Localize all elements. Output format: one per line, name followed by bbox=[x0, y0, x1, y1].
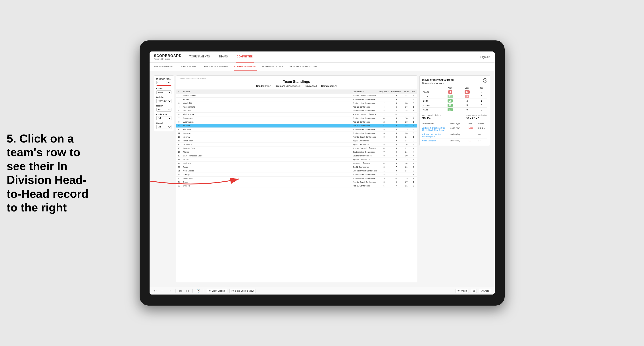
filter-panel: Minimum Rou... - Gender Men's Division bbox=[154, 75, 174, 131]
h2h-table: Win Loss Tie Top 10 3 13 0 11-25 11 8 0 … bbox=[422, 86, 487, 112]
table-row[interactable]: 20 Texas Big 12 Conference 3 7 20 0 bbox=[176, 165, 417, 169]
table-row[interactable]: 18 Illinois Big Ten Conference 1 9 23 3 bbox=[176, 158, 417, 162]
close-button[interactable]: ✕ bbox=[483, 78, 487, 83]
table-row[interactable]: 15 Georgia Tech Atlantic Coast Conferenc… bbox=[176, 147, 417, 150]
table-row[interactable]: 10 Alabama Southeastern Conference 5 8 2… bbox=[176, 128, 417, 132]
tab-team-h2h-grid[interactable]: TEAM H2H GRID bbox=[179, 62, 198, 71]
table-row[interactable]: 8 Washington Pac-12 Conference 2 8 23 1 bbox=[176, 120, 417, 124]
sub-nav: TEAM SUMMARY TEAM H2H GRID TEAM H2H HEAT… bbox=[150, 62, 495, 71]
school-cell: Duke bbox=[182, 180, 352, 184]
view-original-button[interactable]: 👁 View: Original bbox=[207, 289, 228, 293]
win-cell: 2 bbox=[410, 143, 417, 147]
right-panel: In Division Head-to-Head University of A… bbox=[420, 75, 490, 146]
rnds-cell: 27 bbox=[403, 139, 410, 143]
rank-cell: 7 bbox=[176, 116, 182, 120]
table-row[interactable]: 13 Texas Tech Big 12 Conference 1 9 27 2 bbox=[176, 139, 417, 143]
table-row[interactable]: 7 Tennessee Southeastern Conference 4 6 … bbox=[176, 116, 417, 120]
table-row[interactable]: 16 Florida Southeastern Conference 7 9 2… bbox=[176, 150, 417, 154]
back-button[interactable]: ← bbox=[160, 289, 165, 293]
tournament-item[interactable]: Arizona Thunderbirds Intercollegiate Str… bbox=[422, 132, 487, 139]
region-select[interactable]: N/A bbox=[156, 108, 172, 112]
nav-teams[interactable]: TEAMS bbox=[218, 51, 229, 62]
school-cell: Oklahoma bbox=[182, 143, 352, 147]
table-header-row: # School Conference Reg Rank Conf Rank R… bbox=[176, 90, 417, 94]
tab-player-h2h-grid[interactable]: PLAYER H2H GRID bbox=[262, 62, 284, 71]
filter-row: Gender: Men's Division: NCAA Division I … bbox=[180, 85, 414, 87]
gender-select[interactable]: Men's bbox=[156, 90, 172, 94]
save-custom-view-button[interactable]: 💾 Save Custom View bbox=[230, 289, 256, 293]
tab-team-summary[interactable]: TEAM SUMMARY bbox=[154, 62, 174, 71]
table-row[interactable]: 22 Georgia Southeastern Conference 8 7 2… bbox=[176, 173, 417, 176]
h2h-range-label: 26-50 bbox=[422, 99, 442, 103]
nav-committee[interactable]: COMMITTEE bbox=[236, 51, 254, 62]
watch-button[interactable]: 👁 Watch bbox=[456, 289, 469, 293]
table-row[interactable]: 23 Texas A&M Southeastern Conference 9 1… bbox=[176, 176, 417, 180]
standings-table: # School Conference Reg Rank Conf Rank R… bbox=[176, 90, 417, 188]
win-cell: 1 bbox=[410, 135, 417, 139]
standings-table-scroll[interactable]: # School Conference Reg Rank Conf Rank R… bbox=[176, 90, 417, 282]
reg-rank-cell: 4 bbox=[378, 116, 390, 120]
rank-cell: 10 bbox=[176, 128, 182, 132]
conference-cell: Southern Conference bbox=[351, 154, 378, 158]
sign-out-button[interactable]: Sign out bbox=[477, 55, 490, 59]
sidebar-region-label: Region bbox=[156, 105, 172, 107]
tab-player-summary[interactable]: PLAYER SUMMARY bbox=[234, 62, 257, 71]
rnds-cell: 24 bbox=[403, 135, 410, 139]
conference-cell: Big 12 Conference bbox=[351, 165, 378, 169]
undo-button[interactable]: ↩ bbox=[153, 289, 158, 293]
table-container: Update time: 27/03/2024 16:56:26 Team St… bbox=[176, 75, 417, 282]
reg-rank-cell: 8 bbox=[378, 173, 390, 176]
min-rounds-from[interactable] bbox=[156, 81, 164, 84]
paste-button[interactable]: ⊟ bbox=[185, 289, 190, 293]
h2h-col-win: Win bbox=[442, 86, 458, 90]
conference-cell: Atlantic Coast Conference bbox=[351, 113, 378, 116]
table-row[interactable]: 11 Arkansas Southeastern Conference 6 8 … bbox=[176, 132, 417, 135]
wlt-value: 86 - 26 - 1 bbox=[466, 116, 487, 120]
tab-team-h2h-heatmap[interactable]: TEAM H2H HEATMAP bbox=[204, 62, 228, 71]
table-row[interactable]: 21 New Mexico Mountain West Conference 1… bbox=[176, 169, 417, 173]
table-row[interactable]: 5 Ole Miss Southeastern Conference 3 6 1… bbox=[176, 109, 417, 113]
reg-rank-cell: 1 bbox=[378, 94, 390, 98]
col-header-reg-rank: Reg Rank bbox=[378, 90, 390, 94]
rnds-cell: 24 bbox=[403, 150, 410, 154]
school-select[interactable]: (All) bbox=[156, 125, 172, 129]
tab-player-h2h-heatmap[interactable]: PLAYER H2H HEATMAP bbox=[290, 62, 317, 71]
tournament-result: 1 bbox=[468, 133, 478, 136]
table-row[interactable]: 14 Oklahoma Big 12 Conference 5 6 26 2 bbox=[176, 143, 417, 147]
table-row[interactable]: 25 Oregon Pac-12 Conference 5 7 21 0 bbox=[176, 184, 417, 188]
conference-cell: Atlantic Coast Conference bbox=[351, 94, 378, 98]
rnds-cell: 26 bbox=[403, 143, 410, 147]
table-row[interactable]: 17 East Tennessee State Southern Confere… bbox=[176, 154, 417, 158]
table-row[interactable]: 3 Vanderbilt Southeastern Conference 2 8… bbox=[176, 101, 417, 105]
table-row[interactable]: 24 Duke Atlantic Coast Conference 5 9 27… bbox=[176, 180, 417, 184]
h2h-row: 11-25 11 8 0 bbox=[422, 94, 487, 99]
forward-button[interactable]: → bbox=[168, 289, 173, 293]
conference-cell: Pac-12 Conference bbox=[351, 184, 378, 188]
table-row[interactable]: 1 North Carolina Atlantic Coast Conferen… bbox=[176, 94, 417, 98]
min-rounds-to[interactable] bbox=[166, 81, 174, 84]
grid-button[interactable]: ⊞ bbox=[471, 289, 477, 293]
tournament-item[interactable]: Cabo Collegiate Stroke Play 11 17 bbox=[422, 139, 487, 143]
table-row[interactable]: 6 Florida State Atlantic Coast Conferenc… bbox=[176, 113, 417, 116]
table-title: Team Standings bbox=[180, 80, 414, 84]
table-row[interactable]: 4 Arizona State Pac-12 Conference 4 6 26… bbox=[176, 105, 417, 109]
h2h-col-tie: Tie bbox=[476, 86, 487, 90]
clock-button[interactable]: 🕐 bbox=[195, 289, 201, 293]
rnds-cell: 23 bbox=[403, 132, 410, 135]
rank-cell: 24 bbox=[176, 180, 182, 184]
table-row[interactable]: 9 Arizona Pac-12 Conference 5 8 23 3 bbox=[176, 124, 417, 128]
division-select[interactable]: NCAA Division I bbox=[156, 99, 172, 103]
table-row[interactable]: 2 Auburn Southeastern Conference 1 9 27 … bbox=[176, 98, 417, 101]
share-button[interactable]: ↗ Share bbox=[479, 289, 491, 293]
nav-tournaments[interactable]: TOURNAMENTS bbox=[188, 51, 211, 62]
tournament-score: -17 bbox=[478, 133, 487, 136]
table-row[interactable]: 12 Virginia Atlantic Coast Conference 3 … bbox=[176, 135, 417, 139]
col-header-school: School bbox=[182, 90, 352, 94]
reg-rank-cell: 3 bbox=[378, 135, 390, 139]
copy-button[interactable]: ⊞ bbox=[178, 289, 183, 293]
logo-subtitle: Powered by clippd bbox=[154, 58, 182, 60]
table-row[interactable]: 19 California Pac-12 Conference 4 8 24 2 bbox=[176, 162, 417, 165]
tournament-item[interactable]: Jackson T. Stephens Cup Men's Match-Play… bbox=[422, 126, 487, 132]
conference-select[interactable]: (All) bbox=[156, 116, 172, 120]
h2h-loss-cell: 2 bbox=[458, 99, 476, 103]
